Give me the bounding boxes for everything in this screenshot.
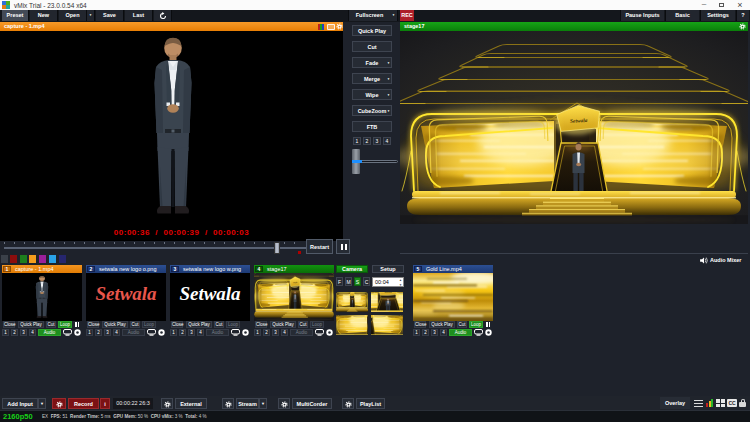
svg-text:Setwala: Setwala bbox=[570, 117, 588, 124]
